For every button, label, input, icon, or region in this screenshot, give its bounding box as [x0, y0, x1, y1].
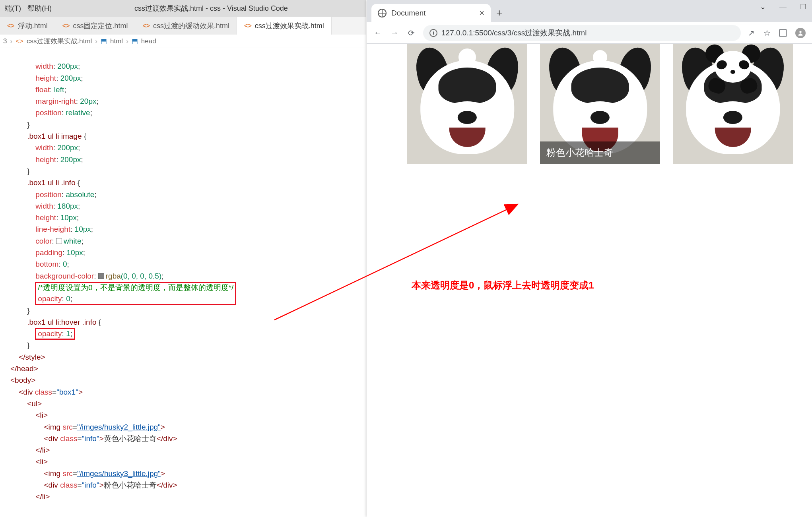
window-controls: ⌄ — ☐: [760, 2, 806, 11]
minimize-icon[interactable]: —: [779, 2, 787, 11]
breadcrumb: 3› <>css过渡效果实战.html› ⬒html› ⬒head: [0, 35, 366, 48]
breadcrumb-seg[interactable]: 3: [3, 37, 7, 45]
highlight-box: /*透明度设置为0，不是背景的透明度，而是整体的透明度*/ opacity: 0…: [35, 282, 236, 305]
flower-icon: [456, 46, 478, 68]
tab-title: Document: [391, 9, 426, 17]
gallery-item[interactable]: [407, 44, 527, 164]
gallery-item[interactable]: [673, 44, 793, 164]
close-icon[interactable]: ×: [479, 8, 484, 18]
vscode-titlebar: 端(T) 帮助(H) css过渡效果实战.html - css - Visual…: [0, 0, 366, 17]
code-editor[interactable]: width: 200px; height: 200px; float: left…: [0, 48, 366, 517]
browser-window: ⌄ — ☐ Document × + ← → ⟳ i 127.0.0.1:550…: [367, 0, 812, 517]
husky-image: [407, 44, 527, 164]
svg-point-0: [799, 31, 801, 33]
browser-toolbar: ← → ⟳ i 127.0.0.1:5500/css/3/css过渡效果实战.h…: [367, 22, 812, 44]
flower-icon: [589, 46, 611, 68]
color-swatch-icon: [98, 273, 104, 279]
browser-tab[interactable]: Document ×: [371, 4, 491, 22]
tab-fixed-html[interactable]: <>css固定定位.html: [55, 17, 136, 35]
address-bar[interactable]: i 127.0.0.1:5500/css/3/css过渡效果实战.html: [423, 25, 741, 41]
tab-transition-html[interactable]: <>css过渡效果实战.html: [237, 17, 332, 35]
menu-terminal[interactable]: 端(T): [2, 3, 23, 14]
highlight-box: opacity: 1;: [35, 328, 75, 339]
maximize-icon[interactable]: ☐: [800, 2, 806, 11]
breadcrumb-seg[interactable]: head: [141, 37, 156, 45]
panda-icon: [703, 44, 763, 89]
tab-label: css过渡效果实战.html: [255, 21, 324, 31]
html-file-icon: <>: [142, 22, 150, 29]
menu-help[interactable]: 帮助(H): [25, 3, 54, 14]
forward-button[interactable]: →: [390, 28, 399, 37]
site-info-icon[interactable]: i: [429, 29, 437, 37]
breadcrumb-seg[interactable]: html: [110, 37, 123, 45]
gallery: 粉色小花哈士奇: [407, 44, 812, 164]
breadcrumb-seg[interactable]: css过渡效果实战.html: [27, 37, 92, 46]
vscode-menubar: 端(T) 帮助(H): [0, 3, 56, 14]
image-caption: 粉色小花哈士奇: [540, 141, 660, 164]
html-file-icon: <>: [244, 22, 252, 29]
window-title: css过渡效果实战.html - css - Visual Studio Cod…: [56, 4, 366, 13]
husky-image: [673, 44, 793, 164]
gallery-item[interactable]: 粉色小花哈士奇: [540, 44, 660, 164]
share-icon[interactable]: ↗: [748, 28, 755, 38]
back-button[interactable]: ←: [373, 28, 383, 37]
html-file-icon: <>: [7, 22, 15, 29]
bookmark-icon[interactable]: ☆: [763, 28, 771, 38]
tab-label: css过渡的缓动效果.html: [153, 21, 229, 31]
profile-avatar[interactable]: [795, 28, 806, 38]
element-icon: ⬒: [132, 37, 138, 45]
vscode-window: 端(T) 帮助(H) css过渡效果实战.html - css - Visual…: [0, 0, 366, 517]
sidepanel-icon[interactable]: [779, 29, 787, 37]
page-viewport: 粉色小花哈士奇: [367, 44, 812, 517]
tab-label: css固定定位.html: [73, 21, 128, 31]
browser-tabs: Document × +: [367, 0, 812, 22]
new-tab-button[interactable]: +: [496, 7, 502, 19]
chevron-down-icon[interactable]: ⌄: [760, 2, 766, 11]
globe-icon: [378, 9, 387, 17]
tab-float-html[interactable]: <>浮动.html: [0, 17, 55, 35]
color-swatch-icon: [56, 238, 62, 244]
element-icon: ⬒: [101, 37, 107, 45]
editor-tabs: <>浮动.html <>css固定定位.html <>css过渡的缓动效果.ht…: [0, 17, 366, 35]
html-file-icon: <>: [16, 37, 23, 45]
reload-button[interactable]: ⟳: [406, 28, 416, 38]
url-text: 127.0.0.1:5500/css/3/css过渡效果实战.html: [441, 28, 587, 38]
tab-easing-html[interactable]: <>css过渡的缓动效果.html: [135, 17, 237, 35]
tab-label: 浮动.html: [18, 21, 48, 31]
html-file-icon: <>: [62, 22, 70, 29]
